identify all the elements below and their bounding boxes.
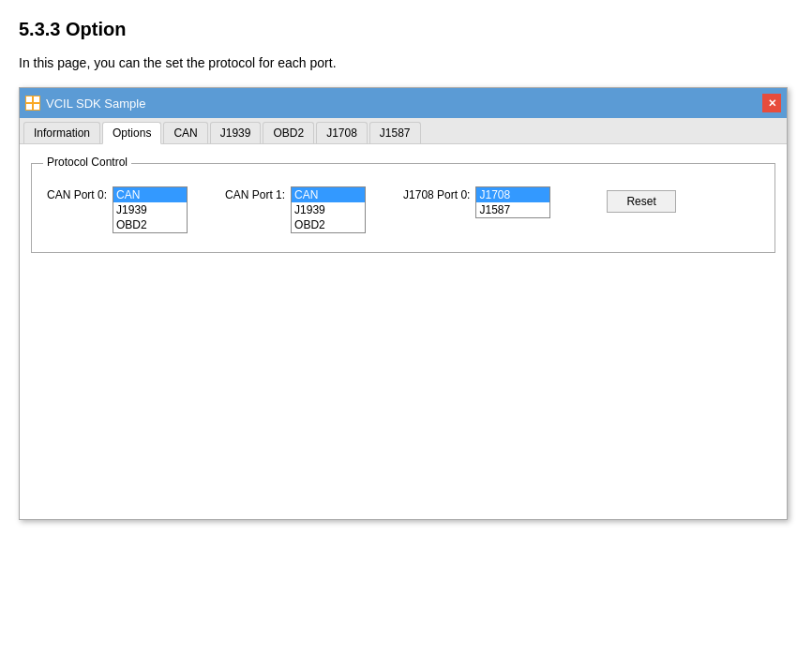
j1708-port0-listbox[interactable]: J1708 J1587 <box>475 186 550 218</box>
reset-button-container: Reset <box>607 188 675 213</box>
window-content: Protocol Control CAN Port 0: CAN J1939 O… <box>20 144 787 519</box>
j1708-port0-item-j1708[interactable]: J1708 <box>476 187 549 202</box>
intro-text: In this page, you can the set the protoc… <box>19 55 793 70</box>
protocol-legend: Protocol Control <box>43 156 131 169</box>
tab-j1939[interactable]: J1939 <box>210 122 262 143</box>
can-port0-group: CAN Port 0: CAN J1939 OBD2 <box>47 186 188 233</box>
j1708-port0-group: J1708 Port 0: J1708 J1587 <box>403 186 550 218</box>
tab-j1708[interactable]: J1708 <box>316 122 368 143</box>
tab-can[interactable]: CAN <box>163 122 207 143</box>
can-port1-item-obd2[interactable]: OBD2 <box>292 217 365 232</box>
svg-rect-3 <box>34 104 39 110</box>
close-button[interactable]: ✕ <box>762 94 781 112</box>
svg-rect-1 <box>34 97 39 102</box>
tab-obd2[interactable]: OBD2 <box>263 122 314 143</box>
application-window: VCIL SDK Sample ✕ Information Options CA… <box>19 87 788 520</box>
j1708-port0-item-j1587[interactable]: J1587 <box>476 202 549 217</box>
title-bar: VCIL SDK Sample ✕ <box>20 88 787 118</box>
page-heading: 5.3.3 Option <box>19 19 793 40</box>
can-port1-label: CAN Port 1: <box>225 188 285 201</box>
can-port1-item-j1939[interactable]: J1939 <box>292 202 365 217</box>
can-port1-group: CAN Port 1: CAN J1939 OBD2 <box>225 186 366 233</box>
protocol-control-group: Protocol Control CAN Port 0: CAN J1939 O… <box>31 163 775 253</box>
tab-information[interactable]: Information <box>23 122 100 143</box>
can-port0-listbox[interactable]: CAN J1939 OBD2 <box>113 186 188 233</box>
tab-bar: Information Options CAN J1939 OBD2 J1708… <box>20 118 787 144</box>
tab-options[interactable]: Options <box>102 122 161 144</box>
can-port0-item-j1939[interactable]: J1939 <box>113 202 187 217</box>
tab-j1587[interactable]: J1587 <box>369 122 421 143</box>
protocol-row: CAN Port 0: CAN J1939 OBD2 CAN Port 1: C… <box>47 186 759 233</box>
reset-button[interactable]: Reset <box>607 190 675 213</box>
svg-rect-0 <box>26 97 32 102</box>
can-port1-item-can[interactable]: CAN <box>292 187 365 202</box>
j1708-port0-label: J1708 Port 0: <box>403 188 470 201</box>
can-port0-item-can[interactable]: CAN <box>113 187 187 202</box>
app-icon <box>25 96 40 111</box>
can-port0-label: CAN Port 0: <box>47 188 107 201</box>
can-port1-listbox[interactable]: CAN J1939 OBD2 <box>291 186 366 233</box>
svg-rect-2 <box>26 104 32 110</box>
can-port0-item-obd2[interactable]: OBD2 <box>113 217 187 232</box>
window-title: VCIL SDK Sample <box>46 97 145 111</box>
